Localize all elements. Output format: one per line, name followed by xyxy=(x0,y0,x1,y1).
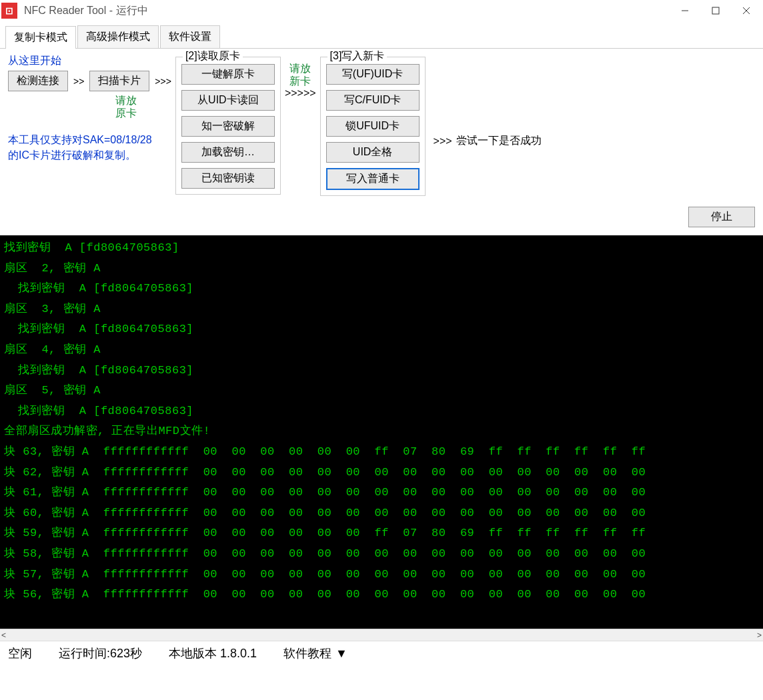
console-line: 块 61, 密钥 A ffffffffffff 00 00 00 00 00 0… xyxy=(4,483,759,503)
tutorial-dropdown[interactable]: 软件教程 ▼ xyxy=(283,645,347,661)
tab-advanced-mode[interactable]: 高级操作模式 xyxy=(77,25,159,48)
status-runtime: 运行时间:623秒 xyxy=(59,645,142,661)
write-cfuid-button[interactable]: 写C/FUID卡 xyxy=(326,90,420,111)
scroll-right-icon[interactable]: > xyxy=(757,631,762,640)
titlebar: ⊡ NFC Reader Tool - 运行中 xyxy=(0,0,763,21)
hint-place-original: 请放 原卡 xyxy=(81,94,171,119)
write-normal-card-button[interactable]: 写入普通卡 xyxy=(326,168,420,190)
stop-button[interactable]: 停止 xyxy=(688,207,755,227)
console-line: 找到密钥 A [fd8064705863] xyxy=(4,401,759,422)
scroll-left-icon[interactable]: < xyxy=(1,631,6,640)
control-panel: 从这里开始 检测连接 >> 扫描卡片 >>> 请放 原卡 本工具仅支持对SAK=… xyxy=(0,49,763,235)
lock-ufuid-button[interactable]: 锁UFUID卡 xyxy=(326,116,420,137)
arrow-4: >>> xyxy=(434,135,452,147)
tab-copy-mode[interactable]: 复制卡模式 xyxy=(5,26,76,49)
group-write-new: [3]写入新卡 写(UF)UID卡 写C/FUID卡 锁UFUID卡 UID全格… xyxy=(320,57,426,196)
status-bar: 空闲 运行时间:623秒 本地版本 1.8.0.1 软件教程 ▼ xyxy=(0,641,763,665)
app-icon: ⊡ xyxy=(1,3,17,19)
known-key-read-button[interactable]: 已知密钥读 xyxy=(181,168,275,189)
group-read-original: [2]读取原卡 一键解原卡 从UID卡读回 知一密破解 加载密钥… 已知密钥读 xyxy=(175,57,281,195)
minimize-button[interactable] xyxy=(670,0,700,21)
onekey-decrypt-button[interactable]: 一键解原卡 xyxy=(181,64,275,85)
arrow-3: >>>>> xyxy=(285,87,316,99)
write-uf-uid-button[interactable]: 写(UF)UID卡 xyxy=(326,64,420,85)
detect-connection-button[interactable]: 检测连接 xyxy=(8,71,68,91)
maximize-button[interactable] xyxy=(700,0,731,21)
svg-rect-1 xyxy=(712,7,719,14)
group-write-legend: [3]写入新卡 xyxy=(327,49,388,63)
load-keys-button[interactable]: 加载密钥… xyxy=(181,142,275,163)
status-version: 本地版本 1.8.0.1 xyxy=(169,645,257,661)
tab-settings[interactable]: 软件设置 xyxy=(160,25,220,48)
console-line: 块 56, 密钥 A ffffffffffff 00 00 00 00 00 0… xyxy=(4,585,759,605)
console-line: 扇区 3, 密钥 A xyxy=(4,299,759,320)
console-line: 找到密钥 A [fd8064705863] xyxy=(4,361,759,381)
console-line: 扇区 2, 密钥 A xyxy=(4,259,759,279)
console-line: 块 63, 密钥 A ffffffffffff 00 00 00 00 00 0… xyxy=(4,442,759,463)
chevron-down-icon: ▼ xyxy=(335,647,347,661)
known-one-crack-button[interactable]: 知一密破解 xyxy=(181,116,275,137)
console-line: 块 62, 密钥 A ffffffffffff 00 00 00 00 00 0… xyxy=(4,463,759,483)
horizontal-scrollbar[interactable]: < > xyxy=(0,629,763,641)
console-line: 块 60, 密钥 A ffffffffffff 00 00 00 00 00 0… xyxy=(4,503,759,524)
console-line: 找到密钥 A [fd8064705863] xyxy=(4,319,759,340)
status-idle: 空闲 xyxy=(8,645,32,661)
group-read-legend: [2]读取原卡 xyxy=(183,49,243,63)
console-line: 块 59, 密钥 A ffffffffffff 00 00 00 00 00 0… xyxy=(4,523,759,544)
try-label: 尝试一下是否成功 xyxy=(456,134,542,148)
uid-format-button[interactable]: UID全格 xyxy=(326,142,420,163)
hint-place-new: 请放 新卡 xyxy=(289,62,311,87)
arrow-1: >> xyxy=(73,76,84,87)
tutorial-label: 软件教程 xyxy=(283,645,331,661)
support-note: 本工具仅支持对SAK=08/18/28 的IC卡片进行破解和复制。 xyxy=(8,133,171,163)
arrow-2: >>> xyxy=(155,76,171,87)
console-line: 找到密钥 A [fd8064705863] xyxy=(4,238,759,259)
console-line: 块 58, 密钥 A ffffffffffff 00 00 00 00 00 0… xyxy=(4,544,759,565)
window-title: NFC Reader Tool - 运行中 xyxy=(24,4,670,18)
console-line: 全部扇区成功解密, 正在导出MFD文件! xyxy=(4,421,759,442)
read-from-uid-button[interactable]: 从UID卡读回 xyxy=(181,90,275,111)
console-output[interactable]: 找到密钥 A [fd8064705863]扇区 2, 密钥 A 找到密钥 A [… xyxy=(0,235,763,629)
tab-bar: 复制卡模式 高级操作模式 软件设置 xyxy=(0,23,763,49)
console-line: 扇区 5, 密钥 A xyxy=(4,381,759,401)
console-line: 扇区 4, 密钥 A xyxy=(4,340,759,361)
console-line: 块 57, 密钥 A ffffffffffff 00 00 00 00 00 0… xyxy=(4,565,759,585)
scan-card-button[interactable]: 扫描卡片 xyxy=(89,71,149,91)
console-line: 找到密钥 A [fd8064705863] xyxy=(4,279,759,299)
start-here-label: 从这里开始 xyxy=(8,54,171,68)
close-button[interactable] xyxy=(731,0,762,21)
